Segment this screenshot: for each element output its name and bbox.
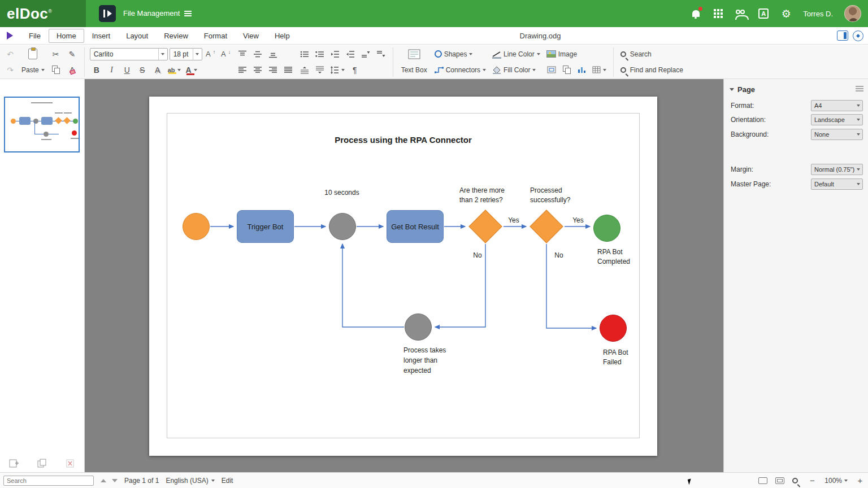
font-name-select[interactable]: Carlito [90,48,168,60]
align-vcenter-button[interactable] [251,47,264,61]
margin-select[interactable]: Normal (0.75") [811,164,863,175]
completed-label[interactable]: RPA Bot Completed [597,247,637,267]
timer-label[interactable]: 10 seconds [316,188,367,198]
shrink-font-button[interactable]: A↓ [219,47,233,61]
text-box-button[interactable] [406,47,422,61]
language-selector[interactable]: English (USA) [166,477,214,485]
document-name[interactable]: Drawing.odg [520,32,561,40]
move-up-button[interactable] [359,47,372,61]
edit-mode-indicator[interactable]: Edit [222,477,233,485]
shapes-button[interactable]: Shapes [433,47,475,61]
menu-home[interactable]: Home [49,29,84,43]
zoom-search-icon[interactable] [792,478,798,483]
menu-help[interactable]: Help [267,29,298,43]
line-spacing-button[interactable] [328,63,346,77]
align-top-button[interactable] [236,47,249,61]
insert-frame-button[interactable] [545,63,558,77]
font-size-dropdown[interactable] [193,49,202,60]
delete-page-button[interactable] [66,459,76,468]
retries-decision-label[interactable]: Are there more than 2 retries? [459,186,510,205]
master-page-select[interactable]: Default [811,178,863,190]
align-left-button[interactable] [236,63,249,77]
no-label-1[interactable]: No [469,251,486,260]
yes-label-1[interactable]: Yes [505,216,522,225]
bold-button[interactable]: B [90,63,103,77]
promote-button[interactable] [344,47,357,61]
apps-button[interactable] [713,8,724,19]
redo-button[interactable]: ↷ [3,63,17,77]
language-button[interactable]: A [758,8,769,19]
completed-node[interactable] [593,215,620,242]
drawing-canvas[interactable]: Process using the RPA Connector Trigger … [85,79,723,472]
zoom-out-button[interactable]: − [808,476,817,485]
insert-image-button[interactable]: Image [545,47,579,61]
menu-view[interactable]: View [235,29,267,43]
space-above-button[interactable] [298,63,311,77]
cut-button[interactable]: ✂ [49,47,63,61]
undo-button[interactable]: ↶ [3,47,17,61]
shadow-button[interactable]: A [151,63,164,77]
orientation-select[interactable]: Landscape [811,114,863,125]
delay-label[interactable]: Process takes longer than expected [403,345,454,376]
font-name-dropdown[interactable] [158,49,167,60]
expand-nav-button[interactable] [99,5,116,22]
menu-insert[interactable]: Insert [84,29,119,43]
get-bot-result-node[interactable]: Get Bot Result [387,210,444,243]
toggle-sidebar-icon[interactable] [837,30,848,41]
space-below-button[interactable] [313,63,327,77]
add-page-button[interactable] [9,459,19,468]
format-select[interactable]: A4 [811,100,863,111]
search-prev-icon[interactable] [101,479,106,482]
menu-review[interactable]: Review [156,29,196,43]
failed-label[interactable]: RPA Bot Failed [603,348,637,367]
align-bottom-button[interactable] [266,47,280,61]
align-right-button[interactable] [266,63,280,77]
fill-color-button[interactable]: Fill Color [491,63,537,77]
bullet-list-button[interactable] [298,47,311,61]
background-select[interactable]: None [811,129,863,140]
panel-options-icon[interactable] [856,85,863,93]
clone-formatting-button[interactable]: ✎ [66,47,79,61]
presentation-icon[interactable] [853,30,863,41]
page-thumbnail[interactable] [4,97,80,152]
copy-button[interactable] [49,63,63,77]
menu-layout[interactable]: Layout [118,29,156,43]
menu-file[interactable]: File [21,29,49,43]
success-decision-label[interactable]: Processed successfully? [530,186,575,205]
align-center-button[interactable] [251,63,264,77]
search-button[interactable]: Search [619,47,653,61]
delay-timer-node[interactable] [405,313,432,341]
font-color-button[interactable]: A [184,63,199,77]
module-title[interactable]: File Management [123,9,192,18]
device-preview-icon[interactable] [758,477,767,484]
paste-button[interactable] [26,47,40,61]
zoom-in-button[interactable]: + [856,476,865,485]
user-avatar[interactable] [844,5,861,22]
align-justify-button[interactable] [281,63,295,77]
insert-table-button[interactable] [591,63,608,77]
font-size-select[interactable]: 18 pt [170,48,202,60]
strikethrough-button[interactable]: S [136,63,149,77]
settings-button[interactable]: ⚙ [780,8,792,19]
no-label-2[interactable]: No [550,251,567,260]
brand-arrow-icon[interactable] [7,32,13,40]
duplicate-page-button[interactable] [37,459,47,468]
grow-font-button[interactable]: A↑ [204,47,218,61]
fit-page-icon[interactable] [775,477,784,484]
italic-button[interactable]: I [105,63,119,77]
paragraph-direction-button[interactable]: ¶ [348,63,362,77]
insert-chart-button[interactable] [575,63,589,77]
page-panel-header[interactable]: Page [730,85,755,94]
demote-button[interactable] [328,47,342,61]
search-next-icon[interactable] [112,479,118,482]
paste-menu-button[interactable]: Paste [20,63,46,77]
underline-button[interactable]: U [120,63,134,77]
highlight-color-button[interactable]: ab [166,63,183,77]
users-button[interactable] [735,8,747,19]
user-name[interactable]: Torres D. [803,10,833,18]
notifications-button[interactable] [690,8,701,19]
search-input[interactable] [3,476,94,486]
timer-node[interactable] [329,213,356,240]
drawing-page[interactable]: Process using the RPA Connector Trigger … [149,97,657,456]
yes-label-2[interactable]: Yes [570,216,587,225]
